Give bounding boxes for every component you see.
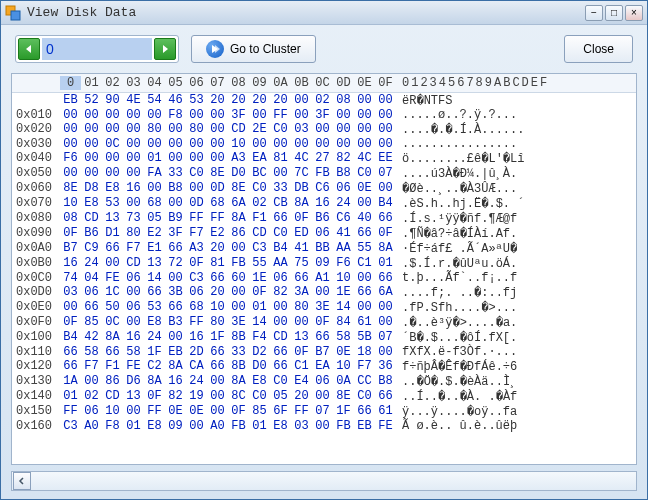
- hex-header: 00102030405060708090A0B0C0D0E0F 01234567…: [12, 74, 636, 93]
- window-buttons: − □ ×: [585, 5, 643, 21]
- toolbar: Go to Cluster Close: [1, 25, 647, 73]
- ascii-cell: ..�Ö�.$.�èÀä..Ì¸: [396, 374, 636, 389]
- offset-cell: 0x010: [12, 108, 60, 122]
- ascii-cell: ëR�NTFS: [396, 93, 636, 108]
- byte-col-header: 0D: [333, 76, 354, 90]
- hex-row[interactable]: 0x0C07404FE061400C366601E0666A1100066t.þ…: [12, 271, 636, 285]
- offset-cell: 0x0E0: [12, 300, 60, 315]
- byte-col-header: 07: [207, 76, 228, 90]
- bytes-cell: 08CD137305B9FFFF8AF1660FB6C64066: [60, 211, 396, 226]
- bytes-cell: 66F7F1FEC28ACA668BD066C1EA10F736: [60, 359, 396, 374]
- ascii-cell: .Í.s.¹ÿÿ�ñf.¶Æ@f: [396, 211, 636, 226]
- bytes-cell: EB52904E544653202020200002080000: [60, 93, 396, 108]
- hex-row[interactable]: 0x160C3A0F801E80900A0FB01E80300FBEBFEÃ ø…: [12, 419, 636, 433]
- goto-label: Go to Cluster: [230, 42, 301, 56]
- scroll-left-button[interactable]: [13, 472, 31, 490]
- byte-col-header: 08: [228, 76, 249, 90]
- byte-col-header: 02: [102, 76, 123, 90]
- offset-cell: 0x0D0: [12, 285, 60, 300]
- bytes-cell: 00000000FA33C08ED0BC007CFBB8C007: [60, 166, 396, 181]
- offset-cell: 0x120: [12, 359, 60, 374]
- hex-row[interactable]: 0x0F00F850C00E8B3FF803E1400000F846100.�.…: [12, 315, 636, 330]
- bytes-cell: 0000000000F800003F00FF003F000000: [60, 108, 396, 122]
- hex-row[interactable]: 0x0608ED8E81600B8000D8EC033DBC6060E00�Øè…: [12, 181, 636, 196]
- bytes-cell: FF061000FF0E0E000F856FFF071F6661: [60, 404, 396, 419]
- arrow-left-icon: [24, 44, 34, 54]
- offset-cell: 0x050: [12, 166, 60, 181]
- hex-row[interactable]: 0x040F600000001000000A3EA814C27824CEEö..…: [12, 151, 636, 166]
- titlebar: View Disk Data − □ ×: [1, 1, 647, 25]
- hex-row[interactable]: 0x03000000C00000000001000000000000000...…: [12, 137, 636, 151]
- byte-col-header: 09: [249, 76, 270, 90]
- close-window-button[interactable]: ×: [625, 5, 643, 21]
- next-cluster-button[interactable]: [154, 38, 176, 60]
- ascii-cell: .¶Ñ�â?÷â�ÍÀí.Af.: [396, 226, 636, 241]
- offset-cell: 0x140: [12, 389, 60, 404]
- hex-row[interactable]: 0x0D003061C00663B0620000F823A001E666A...…: [12, 285, 636, 300]
- hex-row[interactable]: 0x100B4428A162400161F8BF4CD1366585B07´B�…: [12, 330, 636, 345]
- hex-row[interactable]: 0x110665866581FEB2D6633D2660FB70E1800fXf…: [12, 345, 636, 359]
- hex-row[interactable]: 0x1400102CD130F8219008CC00520008EC066..Í…: [12, 389, 636, 404]
- hex-row[interactable]: 0x0E00066500653666810000100803E140000.fP…: [12, 300, 636, 315]
- window-title: View Disk Data: [27, 5, 585, 20]
- hex-row[interactable]: 0x0200000000080008000CD2EC00300000000...…: [12, 122, 636, 137]
- offset-cell: 0x110: [12, 345, 60, 359]
- goto-icon: [206, 40, 224, 58]
- ascii-cell: t.þ...Ãf`..f¡..f: [396, 271, 636, 285]
- ascii-cell: ....ú3À�Ð¼.|û¸À.: [396, 166, 636, 181]
- hex-row[interactable]: 0x07010E8530068000D686A02CB8A162400B4.èS…: [12, 196, 636, 211]
- ascii-cell: ....�.�.Í.À......: [396, 122, 636, 137]
- hex-row[interactable]: 0x0A0B7C966F7E166A32000C3B441BBAA558A·Éf…: [12, 241, 636, 256]
- bytes-cell: 0FB6D180E23FF7E286CDC0ED0641660F: [60, 226, 396, 241]
- offset-cell: 0x070: [12, 196, 60, 211]
- prev-cluster-button[interactable]: [18, 38, 40, 60]
- ascii-cell: fXfX.ë-f3Òf.·...: [396, 345, 636, 359]
- ascii-header: 0123456789ABCDEF: [396, 74, 620, 92]
- hex-row[interactable]: 0x08008CD137305B9FFFF8AF1660FB6C64066.Í.…: [12, 211, 636, 226]
- hex-row[interactable]: 0x150FF061000FF0E0E000F856FFF071F6661ÿ..…: [12, 404, 636, 419]
- svg-rect-1: [11, 11, 20, 20]
- bytes-cell: 10E8530068000D686A02CB8A162400B4: [60, 196, 396, 211]
- offset-cell: 0x040: [12, 151, 60, 166]
- chevron-left-icon: [18, 477, 26, 485]
- ascii-cell: �Øè..¸..�À3ÛÆ...: [396, 181, 636, 196]
- byte-col-header: 0F: [375, 76, 396, 90]
- bytes-cell: 03061C00663B0620000F823A001E666A: [60, 285, 396, 300]
- offset-cell: 0x0B0: [12, 256, 60, 271]
- hex-row[interactable]: 0x0100000000000F800003F00FF003F000000...…: [12, 108, 636, 122]
- ascii-cell: f÷ñþÂ�Êf�ÐfÁê.÷6: [396, 359, 636, 374]
- close-button[interactable]: Close: [564, 35, 633, 63]
- bytes-cell: B7C966F7E166A32000C3B441BBAA558A: [60, 241, 396, 256]
- goto-cluster-button[interactable]: Go to Cluster: [191, 35, 316, 63]
- bytes-cell: 1A0086D68A1624008AE8C0E4060ACCB8: [60, 374, 396, 389]
- ascii-cell: .....ø..?.ÿ.?...: [396, 108, 636, 122]
- byte-col-header: 0: [60, 76, 81, 90]
- hex-row[interactable]: 0x05000000000FA33C08ED0BC007CFBB8C007...…: [12, 166, 636, 181]
- bytes-cell: 0102CD130F8219008CC00520008EC066: [60, 389, 396, 404]
- bytes-cell: 8ED8E81600B8000D8EC033DBC6060E00: [60, 181, 396, 196]
- hex-row[interactable]: 0x0900FB6D180E23FF7E286CDC0ED0641660F.¶Ñ…: [12, 226, 636, 241]
- offset-cell: [12, 93, 60, 108]
- cluster-input[interactable]: [42, 38, 152, 60]
- byte-col-header: 0A: [270, 76, 291, 90]
- byte-col-header: 06: [186, 76, 207, 90]
- hex-row[interactable]: 0x0B0162400CD13720F81FB55AA7509F6C101.$.…: [12, 256, 636, 271]
- minimize-button[interactable]: −: [585, 5, 603, 21]
- ascii-cell: ·Éf÷áf£ .Ã´A»ªU�: [396, 241, 636, 256]
- ascii-cell: .�..è³ÿ�>....�a.: [396, 315, 636, 330]
- hex-row[interactable]: 0x12066F7F1FEC28ACA668BD066C1EA10F736f÷ñ…: [12, 359, 636, 374]
- offset-cell: 0x080: [12, 211, 60, 226]
- offset-cell: 0x030: [12, 137, 60, 151]
- offset-cell: 0x130: [12, 374, 60, 389]
- hex-viewer: 00102030405060708090A0B0C0D0E0F 01234567…: [11, 73, 637, 465]
- maximize-button[interactable]: □: [605, 5, 623, 21]
- ascii-cell: Ã ø.è.. û.è..ûëþ: [396, 419, 636, 433]
- app-window: View Disk Data − □ × Go to Cluster Close: [0, 0, 648, 500]
- bytes-cell: 162400CD13720F81FB55AA7509F6C101: [60, 256, 396, 271]
- hex-body[interactable]: EB52904E544653202020200002080000ëR�NTFS0…: [12, 93, 636, 464]
- byte-column-headers: 00102030405060708090A0B0C0D0E0F: [60, 74, 396, 92]
- horizontal-scrollbar[interactable]: [11, 471, 637, 491]
- hex-row[interactable]: EB52904E544653202020200002080000ëR�NTFS: [12, 93, 636, 108]
- hex-row[interactable]: 0x1301A0086D68A1624008AE8C0E4060ACCB8..�…: [12, 374, 636, 389]
- offset-cell: 0x060: [12, 181, 60, 196]
